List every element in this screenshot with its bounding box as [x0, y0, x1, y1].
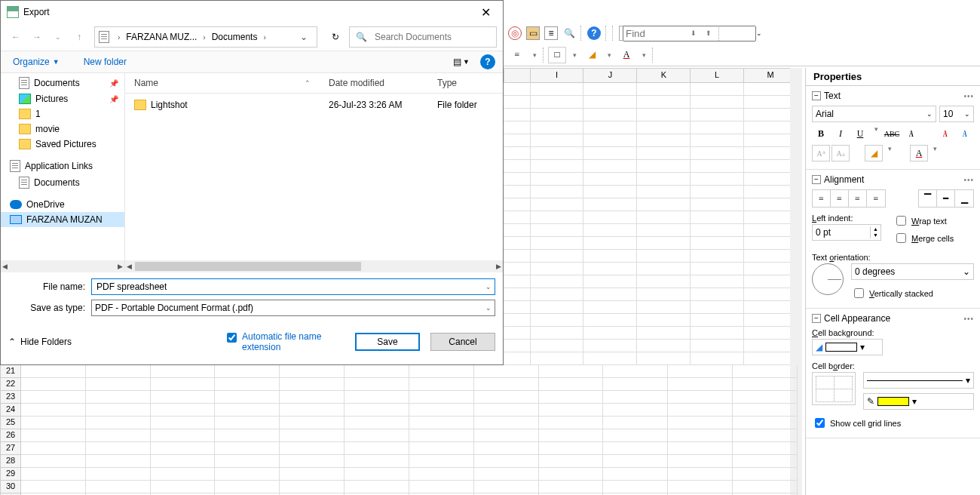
recent-dropdown-icon[interactable]: ⌄ — [49, 28, 67, 46]
export-dialog: Export ✕ ← → ⌄ ↑ › FARZANA MUZ... › Docu… — [0, 0, 504, 365]
sidebar-item[interactable]: movie — [1, 121, 124, 137]
app-toolbar-fragment: ◎ ▭ ≡ 🔍 ? ⌄ ⬇ ⬆ — [504, 23, 980, 44]
find-next-icon[interactable]: ⬇ — [688, 29, 699, 37]
up-icon[interactable]: ↑ — [70, 28, 88, 46]
sidebar-item[interactable]: 1 — [1, 106, 124, 121]
window-icon[interactable]: ▭ — [526, 26, 540, 40]
breadcrumb[interactable]: › FARZANA MUZ... › Documents › ⌄ — [94, 26, 317, 48]
merge-cells-checkbox[interactable] — [896, 233, 906, 243]
doc-icon — [10, 160, 20, 172]
sidebar-item-label: Documents — [34, 177, 80, 188]
align-right-icon[interactable]: ≡ — [849, 190, 867, 207]
zoom-icon[interactable]: 🔍 — [562, 26, 576, 40]
superscript-icon[interactable]: Aᵃ — [812, 145, 830, 161]
help-button[interactable]: ? — [480, 54, 495, 69]
pin-icon: 📌 — [109, 95, 118, 103]
dialog-navbar: ← → ⌄ ↑ › FARZANA MUZ... › Documents › ⌄… — [1, 23, 503, 51]
align-center-icon[interactable]: ≡ — [831, 190, 849, 207]
collapse-icon[interactable]: − — [812, 91, 821, 100]
char-spacing-icon[interactable] — [902, 125, 920, 142]
refresh-icon[interactable]: ↻ — [325, 26, 346, 48]
monitor-icon — [10, 215, 22, 224]
organize-button[interactable]: Organize ▼ — [8, 54, 64, 70]
view-mode-button[interactable]: ▤ ▼ — [449, 54, 474, 70]
new-folder-button[interactable]: New folder — [79, 54, 131, 70]
paint-bucket-icon: ◢ — [816, 342, 822, 352]
indent-icon[interactable]: ≡ — [508, 47, 526, 63]
font-color-icon[interactable]: A — [910, 145, 928, 161]
align-justify-icon[interactable]: ≡ — [867, 190, 885, 207]
folder-icon — [19, 124, 31, 134]
close-button[interactable]: ✕ — [468, 1, 503, 23]
vertically-stacked-checkbox[interactable] — [854, 288, 864, 298]
sidebar-item[interactable]: FARZANA MUZAN — [1, 212, 124, 227]
italic-icon[interactable]: I — [831, 125, 850, 142]
sidebar-item[interactable]: Saved Pictures — [1, 137, 124, 152]
border-style-button[interactable]: ▾ — [863, 372, 974, 389]
folder-icon — [19, 139, 31, 149]
file-row[interactable]: Lightshot26-Jul-23 3:26 AMFile folder — [125, 94, 503, 116]
bold-icon[interactable]: B — [812, 125, 830, 142]
target-icon[interactable]: ◎ — [508, 26, 522, 40]
more-icon[interactable]: ••• — [963, 92, 974, 100]
wrap-text-checkbox[interactable] — [896, 216, 906, 226]
find-input[interactable]: ⌄ — [619, 26, 684, 41]
valign-bottom-icon[interactable]: ▁ — [955, 190, 973, 207]
show-gridlines-checkbox[interactable] — [815, 418, 825, 428]
subscript-icon[interactable]: Aₐ — [831, 145, 850, 161]
orientation-select[interactable]: 0 degrees⌄ — [851, 263, 974, 280]
find-prev-icon[interactable]: ⬆ — [703, 29, 714, 37]
help-icon[interactable]: ? — [587, 26, 601, 40]
border-icon[interactable]: □ — [548, 47, 566, 63]
properties-title: Properties — [806, 68, 980, 86]
sidebar-scrollbar[interactable]: ◀▶ — [1, 260, 124, 272]
shrink-font-icon[interactable] — [956, 125, 974, 142]
forward-icon[interactable]: → — [28, 28, 46, 46]
valign-middle-icon[interactable]: ━ — [937, 190, 955, 207]
cell-background-button[interactable]: ◢ ▾ — [812, 339, 883, 355]
fill-bucket-icon[interactable]: ◢ — [865, 145, 883, 161]
auto-extension-checkbox[interactable]: Automatic file name extension — [224, 331, 345, 352]
text-section-header[interactable]: − Text ••• — [812, 91, 974, 101]
file-list[interactable]: Name⌃ Date modified Type Lightshot26-Jul… — [124, 73, 503, 272]
valign-top-icon[interactable]: ▔ — [919, 190, 937, 207]
orientation-dial[interactable] — [812, 263, 844, 295]
sidebar-item-label: Saved Pictures — [35, 139, 96, 149]
filename-input[interactable]: ⌄ — [91, 278, 495, 295]
sidebar-item[interactable]: Pictures📌 — [1, 91, 124, 106]
sidebar-item[interactable]: Documents — [1, 174, 124, 191]
cell-appearance-section-header[interactable]: − Cell Appearance ••• — [812, 313, 974, 324]
doc-icon — [19, 77, 29, 89]
sidebar-item[interactable]: OneDrive — [1, 197, 124, 212]
left-indent-spinner[interactable]: 0 pt ▲▼ — [812, 224, 881, 241]
cancel-button[interactable]: Cancel — [430, 333, 495, 351]
alignment-section-header[interactable]: − Alignment ••• — [812, 174, 974, 185]
border-color-button[interactable]: ✎▾ — [863, 393, 974, 410]
spreadsheet-grid-lower[interactable] — [21, 365, 798, 495]
border-preview[interactable] — [812, 372, 856, 405]
sidebar-item-label: FARZANA MUZAN — [26, 214, 103, 225]
sidebar-item[interactable]: Application Links — [1, 158, 124, 174]
fill-color-icon[interactable]: ◢ — [583, 47, 601, 63]
row-headers[interactable]: 2122232425262728293031 — [0, 365, 21, 495]
save-button[interactable]: Save — [355, 333, 420, 351]
font-name-select[interactable]: Arial⌄ — [812, 106, 936, 122]
font-color-a-icon[interactable]: A — [617, 47, 635, 63]
filelist-scrollbar[interactable]: ◀▶ — [125, 260, 503, 272]
database-icon[interactable]: ≡ — [544, 26, 558, 40]
search-input[interactable]: 🔍 — [349, 26, 497, 48]
savetype-select[interactable]: PDF - Portable Document Format (.pdf) ⌄ — [91, 300, 495, 316]
pencil-icon: ✎ — [867, 396, 874, 407]
strikethrough-icon[interactable]: ABC — [883, 125, 901, 142]
breadcrumb-dropdown-icon[interactable]: ⌄ — [294, 32, 314, 42]
font-size-select[interactable]: 10⌄ — [939, 106, 974, 122]
sidebar-item-label: Pictures — [35, 94, 68, 104]
sidebar-item-label: Application Links — [25, 161, 93, 171]
underline-icon[interactable]: U — [851, 125, 869, 142]
folder-tree[interactable]: Documents📌Pictures📌1movieSaved PicturesA… — [1, 73, 124, 272]
sidebar-item[interactable]: Documents📌 — [1, 75, 124, 91]
align-left-icon[interactable]: ≡ — [813, 190, 831, 207]
back-icon[interactable]: ← — [7, 28, 25, 46]
hide-folders-button[interactable]: ⌃ Hide Folders — [8, 337, 72, 347]
grow-font-icon[interactable] — [936, 125, 954, 142]
